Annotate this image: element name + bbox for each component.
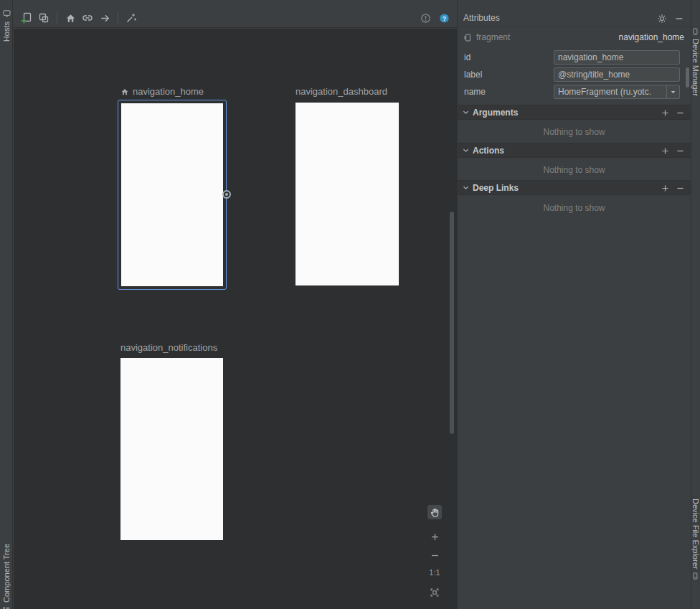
zoom-to-fit-button[interactable] [429,587,440,598]
section-actions-title: Actions [473,146,504,156]
field-row-label: label [458,67,691,82]
fragment-dashboard-title: navigation_dashboard [295,86,387,97]
fragment-home-header[interactable]: navigation_home [120,86,204,97]
remove-argument-icon[interactable] [675,108,686,118]
new-destination-button[interactable] [18,9,35,27]
start-destination-home-icon [120,88,129,96]
attributes-header: Attributes [458,10,691,27]
fragment-home-preview [121,103,223,286]
help-button[interactable]: ? [437,11,451,25]
toolbar-separator [118,12,118,24]
home-icon [65,13,76,24]
navigation-editor-window: Code Split Design Hosts Component Tree D… [0,0,700,609]
name-dropdown-value: HomeFragment (ru.yotc. [554,87,666,97]
fragment-home-action-handle[interactable] [222,190,231,199]
deep-link-icon [82,12,93,24]
assign-start-destination-button[interactable] [62,9,79,27]
tool-window-device-file-explorer[interactable]: Device File Explorer [691,499,700,580]
add-deep-link-icon[interactable] [660,183,671,194]
hand-icon [430,507,440,518]
hosts-label: Hosts [2,22,11,42]
canvas-vertical-scrollbar[interactable] [450,212,454,434]
chevron-down-icon [666,85,679,98]
issues-button[interactable] [418,11,432,25]
device-manager-label: Device Manager [691,39,700,96]
attributes-panel: Attributes fragment navigation_home id l… [457,0,691,609]
fragment-notifications-title: navigation_notifications [120,342,217,353]
zoom-to-fit-icon [430,587,440,598]
add-argument-icon[interactable] [660,108,671,118]
fragment-dashboard-card[interactable] [295,103,399,285]
auto-arrange-button[interactable] [123,9,140,27]
tool-window-device-manager[interactable]: Device Manager [691,27,700,96]
toolbar-separator [57,12,57,24]
action-button[interactable] [96,9,113,27]
attributes-scrollbar[interactable] [686,67,689,88]
device-manager-icon [691,27,699,36]
fragment-home-title: navigation_home [133,86,204,97]
left-tool-stripe: Hosts Component Tree [0,0,13,609]
section-actions-header[interactable]: Actions [458,143,691,158]
tool-window-hosts[interactable]: Hosts [0,9,13,42]
nested-graph-button[interactable] [35,9,52,27]
actions-empty-text: Nothing to show [458,165,691,175]
nested-graph-icon [38,12,49,24]
help-icon: ? [439,13,450,24]
remove-action-icon[interactable] [675,146,686,156]
section-deep-links-header[interactable]: Deep Links [458,180,691,195]
new-destination-icon [21,12,32,24]
component-summary-row: fragment navigation_home [458,30,691,44]
chevron-down-icon[interactable] [462,184,470,192]
deep-links-empty-text: Nothing to show [458,203,691,213]
right-tool-stripe: Device Manager Device File Explorer [691,0,700,609]
hide-panel-icon[interactable] [673,13,685,24]
zoom-out-icon [430,551,440,560]
auto-arrange-icon [126,12,137,24]
zoom-in-icon [430,532,440,542]
section-deep-links-title: Deep Links [473,183,519,193]
svg-text:?: ? [442,14,445,22]
action-arrow-icon [100,13,110,24]
section-arguments-header[interactable]: Arguments [458,105,691,120]
section-arguments-title: Arguments [473,108,518,118]
fragment-notifications-header[interactable]: navigation_notifications [120,342,217,353]
id-field-label: id [464,52,470,62]
deep-link-button[interactable] [79,9,96,27]
fragment-home-card[interactable] [118,100,227,290]
fragment-dashboard-header[interactable]: navigation_dashboard [295,86,387,97]
pan-tool-button[interactable] [427,505,442,519]
navigation-graph-canvas[interactable]: navigation_home navigation_dashboard nav… [14,29,457,609]
zoom-out-button[interactable] [429,549,440,561]
chevron-down-icon[interactable] [462,146,470,154]
field-row-name: name HomeFragment (ru.yotc. [458,85,691,99]
zoom-in-button[interactable] [429,531,440,542]
arguments-empty-text: Nothing to show [458,127,691,137]
component-type-label: fragment [476,32,510,42]
tool-window-component-tree[interactable]: Component Tree [0,544,13,609]
device-file-explorer-label: Device File Explorer [691,499,700,569]
component-tree-label: Component Tree [2,544,11,603]
component-tree-icon [2,606,11,609]
design-toolbar: ? [14,0,457,28]
device-file-explorer-icon [691,572,699,580]
hosts-icon [2,9,11,18]
label-field-label: label [464,70,482,80]
attributes-title: Attributes [463,13,500,23]
gear-icon[interactable] [656,13,668,24]
errors-icon [420,13,431,24]
name-dropdown[interactable]: HomeFragment (ru.yotc. [554,85,680,99]
field-row-id: id [458,50,691,65]
add-action-icon[interactable] [660,146,671,156]
zoom-scale-label[interactable]: 1:1 [427,568,443,577]
remove-deep-link-icon[interactable] [675,183,686,194]
name-field-label: name [464,87,486,97]
fragment-notifications-card[interactable] [120,358,223,540]
label-input[interactable] [554,67,680,82]
id-input[interactable] [554,50,680,65]
component-id-value: navigation_home [619,32,684,42]
fragment-icon [463,33,473,42]
chevron-down-icon[interactable] [462,108,470,116]
